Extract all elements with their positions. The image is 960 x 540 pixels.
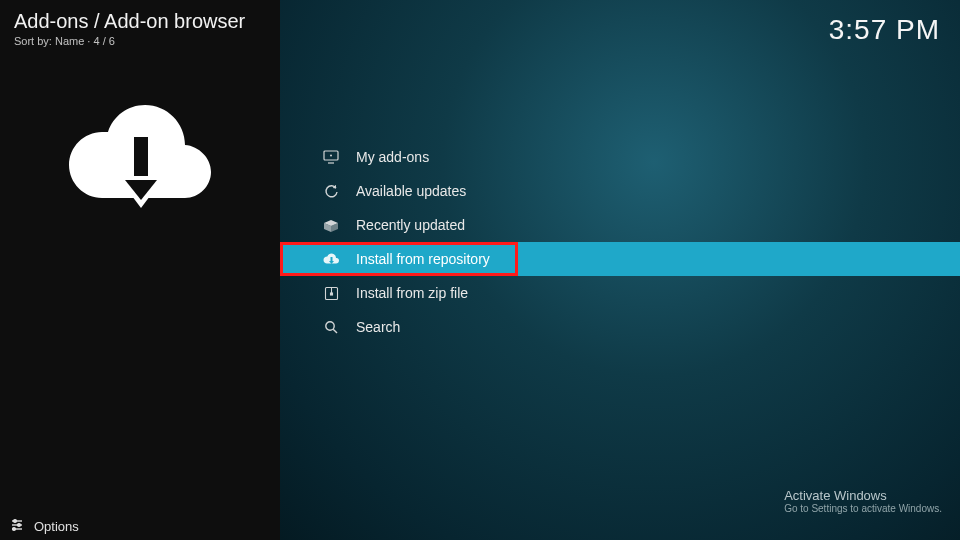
cloud-download-icon (320, 252, 342, 266)
svg-point-12 (13, 527, 16, 530)
sidebar: Add-ons / Add-on browser Sort by: Name ·… (0, 0, 280, 540)
activate-title: Activate Windows (784, 488, 942, 503)
sliders-icon (10, 518, 24, 535)
activate-windows-watermark: Activate Windows Go to Settings to activ… (784, 488, 942, 514)
menu-item-install-from-repository[interactable]: Install from repository (280, 242, 960, 276)
menu-item-available-updates[interactable]: Available updates (280, 174, 960, 208)
svg-rect-4 (134, 137, 148, 177)
svg-rect-24 (330, 293, 332, 295)
sort-line: Sort by: Name · 4 / 6 (14, 35, 115, 47)
svg-point-10 (18, 523, 21, 526)
menu-item-label: Available updates (356, 183, 466, 199)
svg-line-26 (333, 329, 337, 333)
zip-file-icon (320, 286, 342, 301)
clock: 3:57 PM (829, 14, 940, 46)
menu-item-recently-updated[interactable]: Recently updated (280, 208, 960, 242)
menu-item-label: Install from repository (356, 251, 490, 267)
menu-item-install-from-zip[interactable]: Install from zip file (280, 276, 960, 310)
options-label: Options (34, 519, 79, 534)
refresh-icon (320, 184, 342, 199)
search-icon (320, 320, 342, 335)
menu-item-label: Recently updated (356, 217, 465, 233)
menu-item-my-addons[interactable]: My add-ons (280, 140, 960, 174)
menu-list: My add-ons Available updates Recentl (280, 140, 960, 344)
breadcrumb: Add-ons / Add-on browser (14, 10, 245, 33)
menu-item-label: Search (356, 319, 400, 335)
svg-point-25 (325, 321, 333, 329)
svg-rect-20 (330, 257, 332, 261)
menu-item-label: My add-ons (356, 149, 429, 165)
activate-subtitle: Go to Settings to activate Windows. (784, 503, 942, 514)
monitor-icon (320, 150, 342, 164)
menu-item-label: Install from zip file (356, 285, 468, 301)
box-open-icon (320, 218, 342, 232)
svg-point-8 (14, 519, 17, 522)
cloud-download-hero-icon (55, 90, 225, 230)
main-panel: 3:57 PM My add-ons Available updates (280, 0, 960, 540)
options-button[interactable]: Options (0, 512, 280, 540)
svg-point-15 (330, 155, 332, 157)
menu-item-search[interactable]: Search (280, 310, 960, 344)
